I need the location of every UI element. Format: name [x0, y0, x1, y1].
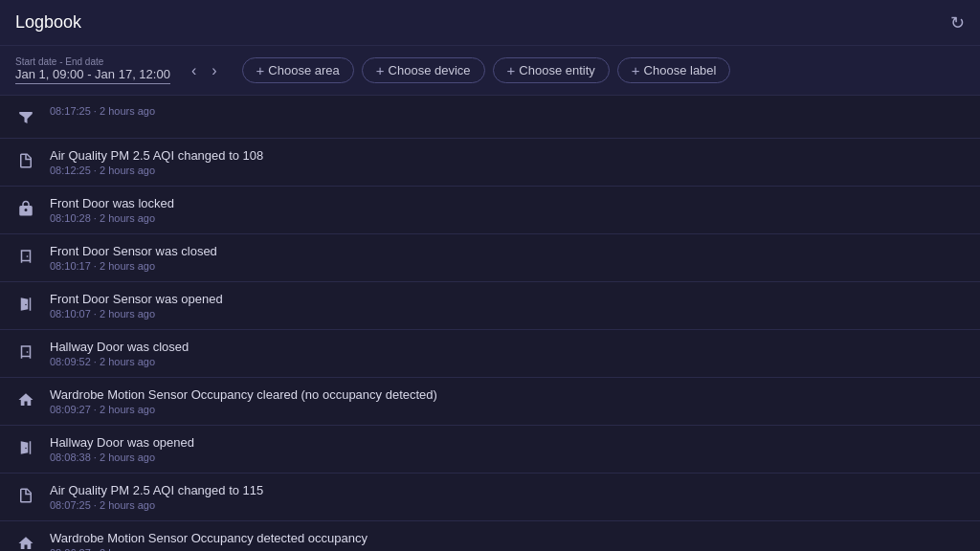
nav-arrows: ‹ › [186, 60, 223, 81]
log-content: Wardrobe Motion Sensor Occupancy cleared… [50, 387, 437, 415]
door-open-icon [15, 437, 36, 458]
log-time: 08:12:25 · 2 hours ago [50, 165, 263, 176]
door-closed-icon [15, 246, 36, 267]
filter-buttons: + Choose area + Choose device + Choose e… [242, 57, 731, 83]
prev-arrow[interactable]: ‹ [186, 60, 202, 81]
log-title: Front Door Sensor was closed [50, 244, 217, 258]
refresh-button[interactable]: ↻ [950, 12, 965, 33]
home-icon [15, 533, 36, 551]
list-item: Wardrobe Motion Sensor Occupancy detecte… [0, 521, 980, 551]
log-time: 08:06:27 · 2 hours ago [50, 547, 368, 551]
log-title: Air Quality PM 2.5 AQI changed to 108 [50, 148, 263, 163]
filter-entity[interactable]: + Choose entity [493, 57, 610, 83]
log-content: Hallway Door was closed08:09:52 · 2 hour… [50, 340, 189, 367]
log-content: Air Quality PM 2.5 AQI changed to 10808:… [50, 148, 263, 176]
log-title: Front Door Sensor was opened [50, 292, 223, 306]
filter-area[interactable]: + Choose area [242, 57, 354, 83]
date-value: Jan 1, 09:00 - Jan 17, 12:00 [15, 67, 170, 84]
filter-device[interactable]: + Choose device [362, 57, 485, 83]
log-content: Air Quality PM 2.5 AQI changed to 11508:… [50, 483, 263, 511]
log-time: 08:10:17 · 2 hours ago [50, 260, 217, 272]
log-title: Hallway Door was closed [50, 340, 189, 354]
header: Logbook ↻ [0, 0, 980, 46]
log-title: Air Quality PM 2.5 AQI changed to 115 [50, 483, 263, 497]
door-open-icon [15, 294, 36, 315]
filter-label[interactable]: + Choose label [617, 57, 731, 83]
date-range: Start date - End date Jan 1, 09:00 - Jan… [15, 56, 170, 84]
log-title: Front Door was locked [50, 196, 174, 210]
filter-icon [15, 107, 36, 128]
list-item: Front Door was locked08:10:28 · 2 hours … [0, 187, 980, 234]
log-time: 08:10:07 · 2 hours ago [50, 308, 223, 320]
document-icon [15, 485, 36, 506]
document-icon [15, 150, 36, 171]
toolbar: Start date - End date Jan 1, 09:00 - Jan… [0, 46, 980, 96]
log-content: Front Door Sensor was closed08:10:17 · 2… [50, 244, 217, 272]
list-item: 08:17:25 · 2 hours ago [0, 96, 980, 139]
list-item: Front Door Sensor was closed08:10:17 · 2… [0, 234, 980, 282]
home-icon [15, 389, 36, 410]
log-content: Wardrobe Motion Sensor Occupancy detecte… [50, 531, 368, 551]
page-title: Logbook [15, 12, 81, 33]
lock-icon [15, 198, 36, 219]
log-time: 08:09:27 · 2 hours ago [50, 404, 437, 415]
filter-entity-label: Choose entity [519, 63, 595, 77]
log-time: 08:08:38 · 2 hours ago [50, 452, 194, 463]
log-title: Hallway Door was opened [50, 435, 194, 450]
log-content: Front Door Sensor was opened08:10:07 · 2… [50, 292, 223, 320]
log-title: Wardrobe Motion Sensor Occupancy cleared… [50, 387, 437, 402]
list-item: Front Door Sensor was opened08:10:07 · 2… [0, 282, 980, 330]
list-item: Wardrobe Motion Sensor Occupancy cleared… [0, 378, 980, 426]
log-time: 08:17:25 · 2 hours ago [50, 105, 155, 117]
plus-icon: + [256, 62, 265, 78]
log-list: 08:17:25 · 2 hours agoAir Quality PM 2.5… [0, 96, 980, 551]
filter-area-label: Choose area [268, 63, 339, 77]
log-title: Wardrobe Motion Sensor Occupancy detecte… [50, 531, 368, 545]
log-content: Front Door was locked08:10:28 · 2 hours … [50, 196, 174, 224]
next-arrow[interactable]: › [206, 60, 222, 81]
log-content: 08:17:25 · 2 hours ago [50, 105, 155, 117]
date-label: Start date - End date [15, 56, 170, 67]
plus-icon: + [376, 62, 385, 78]
plus-icon: + [507, 62, 516, 78]
list-item: Air Quality PM 2.5 AQI changed to 10808:… [0, 139, 980, 187]
log-time: 08:09:52 · 2 hours ago [50, 356, 189, 367]
log-time: 08:10:28 · 2 hours ago [50, 212, 174, 224]
plus-icon: + [632, 62, 640, 78]
filter-label-label: Choose label [644, 63, 717, 77]
list-item: Hallway Door was closed08:09:52 · 2 hour… [0, 330, 980, 378]
log-content: Hallway Door was opened08:08:38 · 2 hour… [50, 435, 194, 463]
door-closed-icon [15, 342, 36, 363]
app-container: Logbook ↻ Start date - End date Jan 1, 0… [0, 0, 980, 551]
log-time: 08:07:25 · 2 hours ago [50, 499, 263, 511]
filter-device-label: Choose device [389, 63, 471, 77]
list-item: Hallway Door was opened08:08:38 · 2 hour… [0, 426, 980, 474]
list-item: Air Quality PM 2.5 AQI changed to 11508:… [0, 474, 980, 521]
